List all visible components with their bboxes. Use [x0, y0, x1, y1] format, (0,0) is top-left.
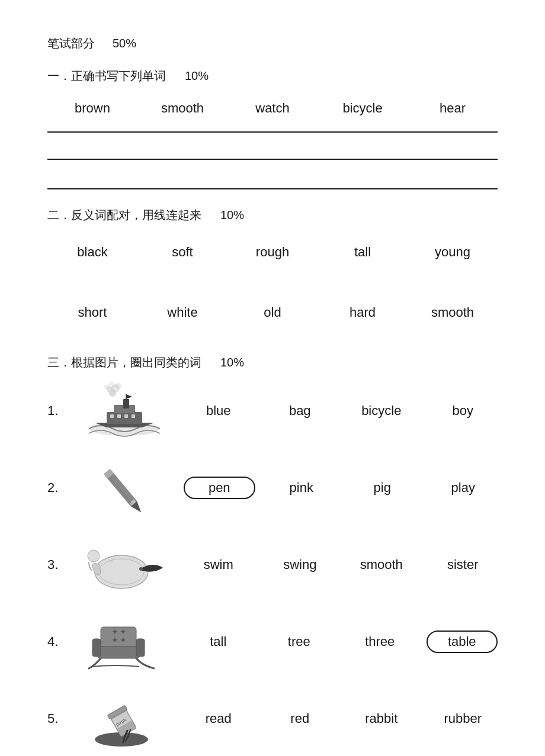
exercise-item-5: 5. purple read — [47, 689, 498, 748]
svg-rect-9 — [132, 414, 135, 418]
svg-text:✦: ✦ — [111, 635, 118, 645]
antonym-young: young — [408, 240, 498, 265]
svg-rect-32 — [98, 646, 139, 658]
section2-label: 二．反义词配对，用线连起来 — [47, 207, 201, 223]
svg-point-15 — [108, 381, 115, 388]
word-table: table — [427, 630, 498, 653]
exercise-words-1: blue bag bicycle boy — [184, 401, 498, 421]
section2-header: 二．反义词配对，用线连起来 10% — [47, 207, 498, 223]
antonym-black: black — [47, 240, 137, 265]
word-read: read — [184, 709, 254, 729]
word-blue: blue — [184, 401, 254, 421]
writing-line-3[interactable] — [47, 166, 498, 189]
word-smooth: smooth — [137, 101, 227, 116]
exercise-item-4: 4. ✦ ✦ ✦ ✦ — [47, 612, 498, 671]
exercise-number-1: 1. — [47, 403, 65, 419]
svg-rect-8 — [124, 414, 128, 418]
word-swing: swing — [265, 555, 335, 575]
svg-rect-6 — [110, 414, 114, 418]
word-rubber: rubber — [428, 709, 498, 729]
antonym-soft: soft — [137, 240, 227, 265]
exercise-image-ship — [77, 381, 172, 440]
word-pen: pen — [184, 477, 255, 499]
antonym-old: old — [227, 300, 318, 325]
word-red: red — [265, 709, 335, 729]
svg-rect-3 — [123, 399, 129, 408]
svg-rect-34 — [136, 639, 145, 657]
word-tall: tall — [184, 632, 253, 652]
svg-rect-7 — [117, 414, 121, 418]
exercise-image-paint: purple — [77, 689, 172, 748]
word-pig: pig — [348, 478, 417, 498]
antonym-top-row: black soft rough tall young — [47, 240, 498, 265]
svg-text:✦: ✦ — [111, 627, 118, 636]
antonym-container: black soft rough tall young short white … — [47, 234, 498, 331]
svg-point-14 — [116, 383, 121, 389]
exercise-words-5: read red rabbit rubber — [184, 709, 498, 729]
antonym-white: white — [137, 300, 227, 325]
exercise-item-3: 3. ♡ ♡ swim swing smooth — [47, 535, 498, 594]
exercise-number-5: 5. — [47, 711, 65, 726]
exercise-number-2: 2. — [47, 480, 65, 496]
word-bicycle: bicycle — [347, 401, 416, 421]
svg-marker-5 — [126, 394, 132, 399]
section3: 三．根据图片，圈出同类的词 10% 1. — [47, 355, 498, 748]
word-bag: bag — [265, 401, 335, 421]
word-pink: pink — [267, 478, 336, 498]
section3-header: 三．根据图片，圈出同类的词 10% — [47, 355, 498, 371]
svg-point-21 — [95, 555, 148, 588]
antonym-tall: tall — [318, 240, 408, 265]
word-smooth3: smooth — [347, 555, 416, 575]
section2: 二．反义词配对，用线连起来 10% black soft rough tall … — [47, 207, 498, 331]
svg-text:♡: ♡ — [129, 555, 136, 563]
word-bicycle: bicycle — [318, 101, 408, 116]
writing-line-1 — [47, 131, 498, 133]
exercise-image-swim: ♡ ♡ — [77, 535, 172, 594]
writing-line-2[interactable] — [47, 136, 498, 160]
section3-label: 三．根据图片，圈出同类的词 — [47, 355, 201, 371]
word-hear: hear — [408, 101, 498, 116]
exercise-words-4: tall tree three table — [184, 630, 498, 653]
antonym-rough: rough — [227, 240, 318, 265]
svg-text:✦: ✦ — [120, 627, 127, 636]
section1-label: 一．正确书写下列单词 — [47, 68, 166, 84]
word-swim: swim — [184, 555, 254, 575]
svg-rect-33 — [92, 639, 101, 657]
exercise-item-2: 2. pen pink pig play — [47, 458, 498, 517]
svg-text:♡: ♡ — [108, 556, 114, 564]
antonym-smooth2: smooth — [408, 300, 498, 325]
antonym-hard: hard — [318, 300, 408, 325]
exercise-number-4: 4. — [47, 634, 65, 649]
word-brown: brown — [47, 101, 137, 116]
section1-score: 10% — [185, 69, 209, 83]
exercise-image-pen — [77, 458, 172, 517]
section3-score: 10% — [220, 356, 244, 369]
writing-lines — [47, 131, 498, 189]
antonym-short: short — [47, 300, 137, 325]
svg-point-26 — [88, 550, 100, 562]
word-boy: boy — [428, 401, 498, 421]
exercise-image-chair: ✦ ✦ ✦ ✦ — [77, 612, 172, 671]
section2-score: 10% — [220, 208, 244, 222]
section1: 一．正确书写下列单词 10% brown smooth watch bicycl… — [47, 68, 498, 189]
top-score: 50% — [113, 37, 136, 50]
exercise-item-1: 1. — [47, 381, 498, 440]
word-rabbit: rabbit — [347, 709, 416, 729]
exercise-words-3: swim swing smooth sister — [184, 555, 498, 575]
word-play: play — [429, 478, 498, 498]
section1-words: brown smooth watch bicycle hear — [47, 95, 498, 122]
section1-header: 一．正确书写下列单词 10% — [47, 68, 498, 84]
word-sister: sister — [428, 555, 498, 575]
antonym-bottom-row: short white old hard smooth — [47, 300, 498, 325]
exercise-words-2: pen pink pig play — [184, 477, 498, 499]
svg-point-25 — [139, 567, 143, 571]
svg-text:✦: ✦ — [120, 635, 127, 645]
exercise-number-3: 3. — [47, 557, 65, 572]
top-info: 笔试部分 50% — [47, 36, 498, 52]
word-three: three — [345, 632, 415, 652]
word-watch: watch — [227, 101, 318, 116]
top-label: 笔试部分 — [47, 36, 95, 52]
word-tree: tree — [265, 632, 334, 652]
